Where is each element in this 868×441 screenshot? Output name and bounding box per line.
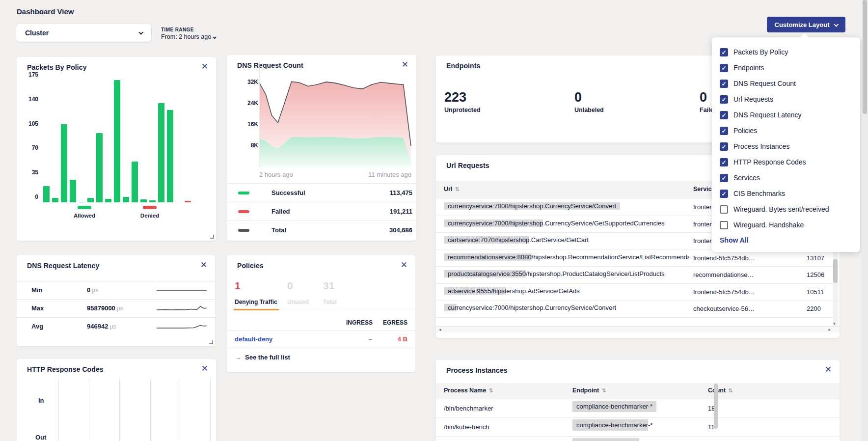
column-header-url[interactable]: Url⇅: [444, 186, 460, 193]
customize-layout-label: Customize Layout: [775, 21, 830, 28]
checkbox-checked-icon[interactable]: ✓: [720, 190, 728, 198]
time-range-value: From: 2 hours ago: [161, 33, 211, 40]
menu-item-wireguard-handshake[interactable]: Wireguard. Handshake: [720, 217, 852, 233]
menu-item-dns-request-count[interactable]: ✓DNS Request Count: [720, 76, 852, 91]
tab-total[interactable]: 31 Total: [323, 280, 337, 305]
denied-label: Denied: [129, 213, 170, 219]
menu-item-label: Packets By Policy: [733, 48, 788, 56]
allowed-bar: [61, 124, 67, 202]
allowed-bar: [43, 186, 50, 202]
close-icon[interactable]: ✕: [401, 261, 407, 269]
chevron-down-icon: [834, 22, 839, 27]
policy-name-link[interactable]: default-deny: [235, 335, 272, 343]
grid-line: [58, 379, 59, 441]
grid-line: [150, 379, 151, 441]
tab-unused[interactable]: 0 Unused: [287, 280, 309, 305]
menu-item-policies[interactable]: ✓Policies: [720, 123, 852, 138]
latency-value: 95879000µs: [87, 304, 123, 312]
latency-row-avg: Avg946942µs: [17, 317, 215, 335]
y-tick-label: 32K: [241, 79, 258, 85]
resize-handle[interactable]: [210, 235, 214, 239]
checkbox-checked-icon[interactable]: ✓: [720, 64, 728, 72]
menu-item-packets-by-policy[interactable]: ✓Packets By Policy: [720, 44, 852, 60]
count-cell: 2200: [807, 305, 821, 312]
y-tick-label: 140: [24, 96, 38, 103]
grid-line: [210, 379, 211, 441]
checkbox-unchecked-icon[interactable]: [720, 205, 728, 214]
tab-label: Unused: [287, 299, 309, 305]
menu-item-url-requests[interactable]: ✓Url Requests: [720, 91, 852, 107]
column-header-count[interactable]: Count⇅: [708, 387, 732, 394]
service-cell: recommendationse…: [693, 271, 804, 278]
menu-item-process-instances[interactable]: ✓Process Instances: [720, 138, 852, 154]
page-scrollbar[interactable]: [862, 0, 868, 441]
see-full-list-link[interactable]: →See the full list: [235, 354, 290, 361]
url-highlight: productcatalogservice:3550: [444, 270, 526, 277]
card-title: Url Requests: [446, 162, 489, 169]
close-icon[interactable]: ✕: [201, 62, 208, 71]
allowed-bar: [79, 202, 85, 202]
view-selector-value: Cluster: [25, 29, 49, 37]
allowed-bar: [105, 199, 111, 202]
url-table-row: recommendationservice:8080/hipstershop.R…: [436, 250, 840, 267]
dns-request-count-card: DNS Request Count ✕ 32K24K16K8K 2 hours …: [227, 55, 416, 241]
checkbox-checked-icon[interactable]: ✓: [720, 127, 728, 135]
tab-denying-traffic[interactable]: 1 Denying Traffic: [235, 280, 277, 305]
checkbox-checked-icon[interactable]: ✓: [720, 111, 728, 119]
scrollbar-thumb[interactable]: [833, 259, 838, 283]
close-icon[interactable]: ✕: [200, 261, 207, 269]
view-selector-dropdown[interactable]: Cluster: [16, 23, 152, 42]
legend-value: 113,475: [390, 189, 412, 196]
legend-label: Failed: [271, 208, 290, 215]
sort-icon: ⇅: [728, 387, 732, 393]
time-range-from[interactable]: From: 2 hours ago: [161, 33, 216, 40]
latency-value: 946942µs: [87, 323, 116, 330]
checkbox-checked-icon[interactable]: ✓: [720, 158, 728, 166]
menu-item-services[interactable]: ✓Services: [720, 170, 852, 186]
scroll-down-icon[interactable]: ▾: [833, 321, 836, 326]
menu-item-cis-benchmarks[interactable]: ✓CIS Benchmarks: [720, 186, 852, 201]
checkbox-checked-icon[interactable]: ✓: [720, 80, 728, 88]
allowed-swatch: [78, 206, 91, 209]
legend-denied: Denied: [129, 206, 170, 219]
menu-item-endpoints[interactable]: ✓Endpoints: [720, 60, 852, 76]
time-range-label: TIME RANGE: [161, 27, 216, 32]
see-full-list-label: See the full list: [245, 354, 290, 361]
resize-handle[interactable]: [209, 340, 213, 344]
show-all-link[interactable]: Show All: [720, 236, 852, 244]
menu-item-http-response-codes[interactable]: ✓HTTP Response Codes: [720, 154, 852, 170]
legend-value: 191,211: [390, 208, 412, 215]
customize-layout-button[interactable]: Customize Layout: [767, 17, 845, 32]
checkbox-checked-icon[interactable]: ✓: [720, 174, 728, 182]
policy-row[interactable]: default-deny – 4 B: [227, 330, 415, 348]
y-tick-label: 105: [24, 120, 38, 127]
url-cell: recommendationservice:8080/hipstershop.R…: [444, 253, 689, 261]
process-table-header: Process Name⇅ Endpoint⇅ Count⇅: [436, 383, 840, 399]
scrollbar-thumb[interactable]: [863, 0, 867, 114]
menu-item-wireguard-bytes-sent-received[interactable]: Wireguard. Bytes sent/received: [720, 201, 852, 217]
scroll-left-icon[interactable]: ◂: [439, 327, 441, 332]
scroll-right-icon[interactable]: ▸: [828, 327, 831, 332]
horizontal-scrollbar[interactable]: ◂ ▸: [436, 326, 840, 332]
column-header-process-name[interactable]: Process Name⇅: [444, 387, 493, 394]
endpoint-stat-unprotected: 223Unprotected: [444, 90, 481, 113]
allowed-bar: [140, 199, 147, 202]
checkbox-checked-icon[interactable]: ✓: [720, 142, 728, 151]
endpoint-stat-unlabeled: 0Unlabeled: [574, 90, 604, 113]
close-icon[interactable]: ✕: [825, 365, 832, 374]
menu-item-label: DNS Request Count: [733, 80, 796, 87]
policy-egress-value: 4 B: [382, 335, 407, 343]
active-tab-indicator: [234, 309, 279, 310]
column-header-endpoint[interactable]: Endpoint⇅: [572, 387, 606, 394]
checkbox-checked-icon[interactable]: ✓: [720, 95, 728, 104]
close-icon[interactable]: ✕: [201, 364, 208, 373]
endpoint-highlight: compliance-benchmarker-*: [572, 401, 656, 412]
menu-item-dns-request-latency[interactable]: ✓DNS Request Latency: [720, 107, 852, 123]
y-tick-label: 8K: [241, 142, 258, 149]
customize-layout-menu: ✓Packets By Policy✓Endpoints✓DNS Request…: [712, 37, 860, 252]
checkbox-unchecked-icon[interactable]: [720, 221, 728, 229]
allowed-bar: [87, 198, 94, 202]
scrollbar-thumb[interactable]: [714, 384, 718, 429]
checkbox-checked-icon[interactable]: ✓: [720, 48, 728, 56]
stat-value: 0: [574, 90, 604, 105]
